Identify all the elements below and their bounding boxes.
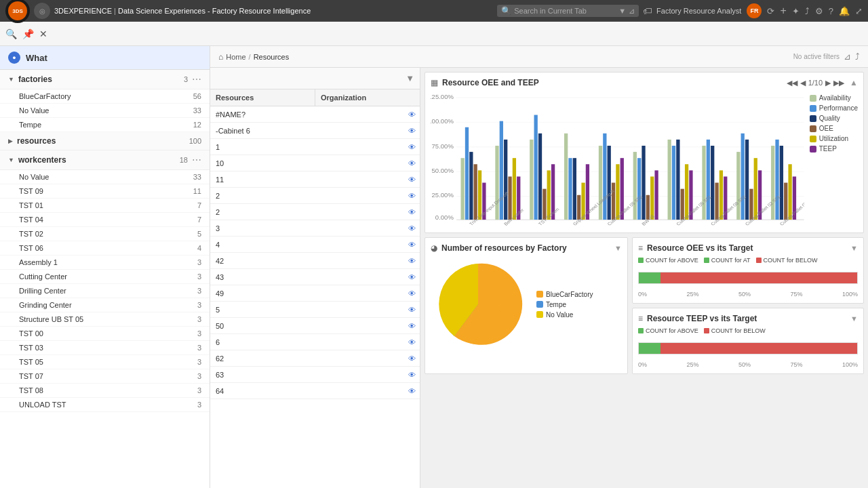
eye-icon[interactable]: 👁	[404, 289, 420, 298]
workcenters-section-header[interactable]: ▼ workcenters 18 ⋯	[0, 150, 210, 170]
list-item[interactable]: Grinding Center3	[0, 298, 210, 312]
pie-chart-collapse[interactable]: ▼	[614, 244, 622, 252]
nav-last-btn[interactable]: ▶▶	[833, 79, 844, 87]
home-link[interactable]: Home	[226, 53, 245, 61]
pin-tool-icon[interactable]: 📌	[22, 28, 34, 39]
nav-next-btn[interactable]: ▶	[825, 79, 831, 87]
filter-icon[interactable]: ⊿	[844, 52, 851, 62]
eye-icon[interactable]: 👁	[404, 208, 420, 216]
list-item[interactable]: Assembly 13	[0, 256, 210, 270]
compass-icon[interactable]: ◎	[34, 3, 50, 19]
table-row[interactable]: 2👁	[210, 188, 420, 204]
search-tool-icon[interactable]: 🔍	[5, 28, 17, 39]
eye-icon[interactable]: 👁	[404, 192, 420, 200]
nav-prev-btn[interactable]: ◀	[800, 79, 806, 87]
collab-icon[interactable]: ⟳	[767, 6, 774, 16]
list-item[interactable]: TST 025	[0, 227, 210, 241]
eye-icon[interactable]: 👁	[404, 338, 420, 346]
bookmark-icon[interactable]: 🏷	[643, 5, 652, 16]
svg-rect-36	[599, 146, 602, 220]
search-input[interactable]	[514, 7, 616, 15]
add-icon[interactable]: +	[780, 5, 786, 17]
table-collapse-btn[interactable]: ▼	[406, 73, 414, 83]
table-row[interactable]: 2👁	[210, 204, 420, 220]
list-item[interactable]: TST 017	[0, 199, 210, 213]
table-row[interactable]: 50👁	[210, 318, 420, 334]
tools-icon[interactable]: ⚙	[815, 6, 823, 16]
table-row[interactable]: 10👁	[210, 155, 420, 171]
table-row[interactable]: 4👁	[210, 237, 420, 253]
table-row[interactable]: 42👁	[210, 253, 420, 269]
oee-chart-collapse[interactable]: ▲	[850, 78, 858, 87]
cell-resource: 50	[210, 322, 307, 330]
eye-icon[interactable]: 👁	[404, 257, 420, 265]
star-icon[interactable]: ✦	[792, 6, 800, 16]
list-item[interactable]: Structure UB ST 053	[0, 312, 210, 327]
export-icon[interactable]: ⤴	[855, 52, 860, 62]
teep-target-collapse[interactable]: ▼	[850, 314, 858, 323]
eye-icon[interactable]: 👁	[404, 241, 420, 249]
list-item[interactable]: TST 073	[0, 369, 210, 384]
eye-icon[interactable]: 👁	[404, 371, 420, 379]
list-item[interactable]: BlueCarFactory 56	[0, 89, 210, 104]
list-item[interactable]: Tempe 12	[0, 118, 210, 132]
list-item[interactable]: Drilling Center3	[0, 284, 210, 298]
list-item[interactable]: No Value33	[0, 170, 210, 184]
user-avatar[interactable]: FR	[747, 3, 762, 18]
teep-bar-row	[638, 342, 858, 354]
list-item[interactable]: TST 083	[0, 384, 210, 398]
eye-icon[interactable]: 👁	[404, 354, 420, 363]
list-item[interactable]: TST 003	[0, 327, 210, 341]
table-row[interactable]: 3👁	[210, 220, 420, 237]
table-row[interactable]: 49👁	[210, 285, 420, 302]
table-row[interactable]: 6👁	[210, 334, 420, 350]
svg-rect-55	[707, 140, 710, 220]
item-count: 11	[193, 187, 201, 195]
workcenters-menu[interactable]: ⋯	[192, 155, 201, 165]
eye-icon[interactable]: 👁	[404, 143, 420, 151]
nav-first-btn[interactable]: ◀◀	[787, 79, 797, 87]
table-row[interactable]: -Cabinet 6👁	[210, 123, 420, 139]
table-row[interactable]: 1👁	[210, 139, 420, 155]
filter-icon[interactable]: ▼	[618, 7, 626, 15]
eye-icon[interactable]: 👁	[404, 176, 420, 184]
table-row[interactable]: 11👁	[210, 171, 420, 188]
eye-icon[interactable]: 👁	[404, 224, 420, 232]
cell-resource: -Cabinet 6	[210, 127, 307, 135]
list-item[interactable]: TST 064	[0, 241, 210, 256]
search-bar[interactable]: 🔍 ▼ ⊿	[497, 5, 639, 17]
factories-section-header[interactable]: ▼ factories 3 ⋯	[0, 70, 210, 89]
help-icon[interactable]: ?	[829, 6, 833, 16]
list-item[interactable]: UNLOAD TST3	[0, 398, 210, 412]
notifications-icon[interactable]: 🔔	[839, 6, 850, 16]
eye-icon[interactable]: 👁	[404, 110, 420, 119]
table-row[interactable]: #NAME?👁	[210, 106, 420, 123]
table-row[interactable]: 62👁	[210, 350, 420, 367]
expand-icon[interactable]: ⤢	[855, 6, 863, 16]
eye-icon[interactable]: 👁	[404, 387, 420, 395]
eye-icon[interactable]: 👁	[404, 127, 420, 135]
eye-icon[interactable]: 👁	[404, 159, 420, 167]
list-item[interactable]: TST 047	[0, 213, 210, 227]
eye-icon[interactable]: 👁	[404, 306, 420, 314]
funnel-icon[interactable]: ⊿	[629, 7, 635, 16]
list-icon: ≡	[638, 243, 643, 253]
app-logo[interactable]: 3DS	[5, 0, 30, 23]
resources-section-header[interactable]: ▶ resources 100	[0, 132, 210, 150]
share-icon[interactable]: ⤴	[805, 6, 810, 16]
list-item[interactable]: TST 0911	[0, 184, 210, 199]
table-row[interactable]: 63👁	[210, 367, 420, 383]
item-label: Cutting Center	[19, 272, 197, 281]
eye-icon[interactable]: 👁	[404, 273, 420, 281]
close-tool-icon[interactable]: ✕	[39, 28, 47, 39]
list-item[interactable]: TST 053	[0, 355, 210, 369]
oee-target-collapse[interactable]: ▼	[850, 244, 858, 252]
list-item[interactable]: TST 033	[0, 341, 210, 355]
list-item[interactable]: No Value 33	[0, 104, 210, 118]
table-row[interactable]: 43👁	[210, 269, 420, 285]
eye-icon[interactable]: 👁	[404, 322, 420, 330]
table-row[interactable]: 64👁	[210, 383, 420, 399]
factories-menu[interactable]: ⋯	[192, 74, 201, 85]
list-item[interactable]: Cutting Center3	[0, 270, 210, 284]
table-row[interactable]: 5👁	[210, 302, 420, 318]
